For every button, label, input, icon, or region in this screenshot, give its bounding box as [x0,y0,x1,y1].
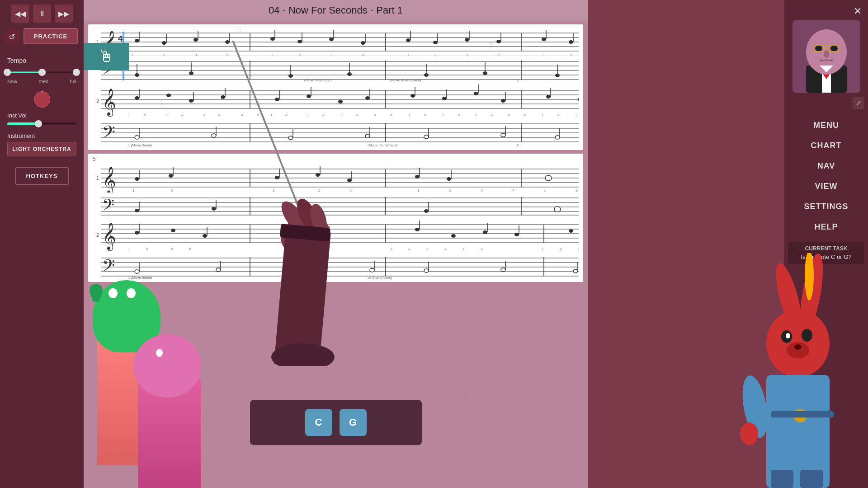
answer-g-button[interactable]: G [340,409,367,436]
svg-point-319 [793,409,807,422]
practice-button[interactable]: PRACTICE [24,28,78,44]
svg-point-114 [578,98,579,101]
svg-text:4: 4 [226,53,228,56]
pause-button[interactable]: ⏸ [33,5,51,23]
svg-text:𝄢: 𝄢 [102,123,115,145]
svg-point-71 [424,73,429,77]
section-2-number: 5 [93,156,579,162]
pink-character [129,307,219,488]
menu-nav-item[interactable]: MENU [788,115,864,136]
svg-text:&: & [408,247,411,251]
help-nav-item[interactable]: HELP [788,217,864,237]
tempo-slow-label: slow [7,79,17,84]
svg-text:2: 2 [449,188,451,192]
character-portrait [793,20,860,93]
tempo-slider[interactable] [7,68,76,77]
svg-text:2: 2 [442,113,444,117]
rewind-button[interactable]: ◀◀ [11,5,29,23]
repeat-button[interactable]: ↺ [4,29,20,45]
svg-text:1: 1 [271,53,274,56]
volume-circle[interactable] [34,91,50,108]
svg-point-294 [271,343,335,366]
svg-point-269 [216,268,221,272]
row-num-2: 2 [93,98,101,103]
sheet-section-2: 5 1 𝄞 [88,154,583,282]
current-task-text: Is this note C or G? [792,253,861,260]
svg-text:1: 1 [128,113,130,117]
chart-nav-item[interactable]: CHART [788,136,864,156]
svg-point-308 [796,253,828,335]
svg-text:&: & [146,247,149,251]
svg-text:𝄢: 𝄢 [102,257,115,279]
tempo-label: Tempo [7,57,76,64]
svg-point-97 [307,94,311,98]
settings-nav-item[interactable]: SETTINGS [788,197,864,217]
svg-point-9 [135,39,139,42]
tempo-fill [7,72,42,73]
tempo-knob-slow[interactable] [4,69,11,76]
svg-text:1 (Move thumb: 1 (Move thumb [128,143,152,147]
tempo-labels: slow med full [7,79,76,84]
svg-text:2: 2 [578,247,579,251]
svg-point-73 [483,71,487,75]
svg-text:ve thumb back): ve thumb back) [368,276,392,280]
svg-text:𝄞: 𝄞 [102,167,116,192]
current-task-title: CURRENT TASK [792,245,861,252]
treble-staff-2: 𝄞 [101,84,579,117]
svg-point-231 [203,234,207,238]
bass-staff-3: 𝄢 [101,193,579,216]
svg-text:1: 1 [131,53,133,56]
svg-point-236 [325,233,329,237]
svg-text:&: & [257,113,259,117]
svg-point-244 [514,233,519,236]
svg-point-317 [738,374,772,440]
expand-button[interactable]: ⤢ [853,97,864,109]
svg-point-215 [293,208,297,212]
instrument-button[interactable]: LIGHT ORCHESTRA [7,142,76,156]
svg-point-15 [225,40,230,44]
svg-point-247 [569,229,573,233]
nav-menu: MENU CHART NAV VIEW SETTINGS HELP [788,115,864,237]
tempo-knob-med[interactable] [38,69,46,76]
hotkeys-button[interactable]: HOTKEYS [15,167,69,185]
answer-c-button[interactable]: C [305,409,332,436]
svg-point-191 [545,175,552,181]
svg-point-179 [275,176,279,179]
svg-point-274 [370,268,374,272]
svg-text:1: 1 [542,53,545,56]
svg-text:3: 3 [349,188,352,192]
svg-text:𝄞: 𝄞 [102,89,116,117]
svg-point-22 [329,38,334,41]
right-character [730,253,861,488]
volume-slider[interactable] [7,122,76,125]
svg-point-282 [573,269,578,273]
svg-point-174 [135,177,139,181]
tempo-knob-full[interactable] [73,69,80,76]
close-button[interactable]: ✕ [851,5,864,18]
svg-point-24 [361,41,365,45]
svg-text:2: 2 [171,247,173,251]
svg-text:&: & [458,113,461,117]
svg-text:3: 3 [330,53,332,56]
svg-text:&: & [560,247,562,251]
nav-nav-item[interactable]: NAV [788,156,864,176]
svg-point-99 [338,100,343,103]
current-task-box: CURRENT TASK Is this note C or G? [788,242,864,264]
svg-text:4: 4 [462,247,465,251]
svg-rect-321 [771,470,793,488]
svg-point-153 [288,136,293,140]
forward-button[interactable]: ▶▶ [55,5,73,23]
svg-point-163 [555,136,560,139]
svg-point-13 [193,38,198,42]
svg-text:&: & [189,247,192,251]
svg-point-76 [555,74,560,77]
left-sidebar: ◀◀ ⏸ ▶▶ ↺ PRACTICE Tempo slow med full I… [0,0,84,488]
volume-knob[interactable] [35,120,42,127]
svg-point-230 [171,229,175,232]
view-nav-item[interactable]: VIEW [788,176,864,197]
svg-point-27 [406,38,410,42]
treble-staff-3: 𝄞 [101,163,579,192]
bass-staff-4: 𝄢 [101,253,579,280]
svg-text:3: 3 [466,53,468,56]
svg-point-210 [135,209,139,212]
